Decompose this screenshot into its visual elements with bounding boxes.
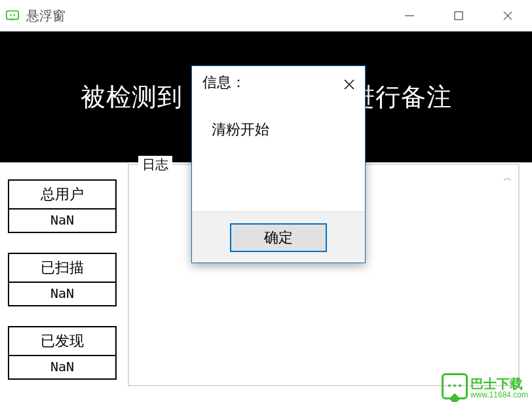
window-controls xyxy=(385,0,532,31)
close-button[interactable] xyxy=(483,0,532,31)
stat-found: 已发现 NaN xyxy=(8,326,117,380)
watermark-text: 巴士下载 www.11684.com xyxy=(470,376,528,399)
stat-scanned: 已扫描 NaN xyxy=(8,253,117,306)
dialog-message: 清粉开始 xyxy=(212,121,269,137)
stat-label: 已扫描 xyxy=(9,254,115,283)
watermark-url: www.11684.com xyxy=(470,391,528,399)
stat-value: NaN xyxy=(9,356,115,378)
svg-point-2 xyxy=(13,14,15,16)
app-icon xyxy=(5,9,20,23)
watermark: 巴士下载 www.11684.com xyxy=(442,373,528,399)
dialog-body: 清粉开始 xyxy=(192,100,365,211)
titlebar: 悬浮窗 xyxy=(0,0,532,31)
maximize-button[interactable] xyxy=(434,0,483,31)
dialog-title: 信息： xyxy=(202,73,246,92)
dialog-header: 信息： xyxy=(192,66,365,100)
dialog-footer: 确定 xyxy=(192,211,365,263)
ok-button[interactable]: 确定 xyxy=(230,223,327,252)
log-label: 日志 xyxy=(138,156,172,174)
stat-label: 总用户 xyxy=(9,181,115,210)
stats-column: 总用户 NaN 已扫描 NaN 已发现 NaN xyxy=(0,162,124,399)
watermark-icon xyxy=(442,373,468,399)
stat-total-users: 总用户 NaN xyxy=(8,179,117,233)
stat-label: 已发现 xyxy=(9,327,115,356)
svg-rect-0 xyxy=(7,11,18,20)
log-scrollbar[interactable]: ︿ xyxy=(500,170,516,380)
banner-text-left: 被检测到 xyxy=(81,81,183,114)
window-title: 悬浮窗 xyxy=(26,7,66,25)
stat-value: NaN xyxy=(9,283,115,305)
stat-value: NaN xyxy=(9,210,115,232)
scroll-up-icon[interactable]: ︿ xyxy=(500,170,516,186)
dialog-close-button[interactable] xyxy=(337,73,361,96)
info-dialog: 信息： 清粉开始 确定 xyxy=(191,65,366,263)
svg-point-1 xyxy=(10,14,12,16)
svg-rect-4 xyxy=(455,12,463,20)
watermark-name: 巴士下载 xyxy=(470,376,528,391)
minimize-button[interactable] xyxy=(385,0,434,31)
